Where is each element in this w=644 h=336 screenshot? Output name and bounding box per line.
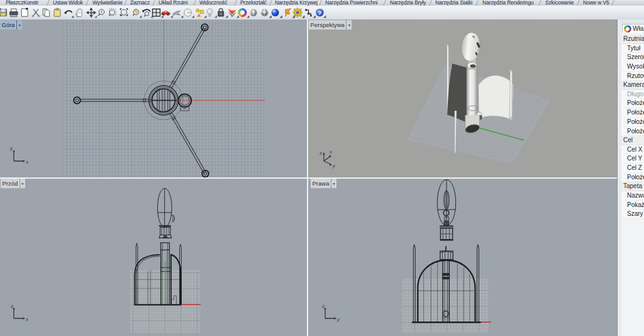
svg-text:z: z xyxy=(10,303,13,309)
svg-text:z: z xyxy=(319,150,322,156)
svg-text:y: y xyxy=(9,145,13,151)
svg-text:y: y xyxy=(336,316,340,322)
svg-text:y: y xyxy=(332,163,336,169)
svg-text:z: z xyxy=(321,303,325,309)
svg-text:x: x xyxy=(25,316,29,322)
svg-text:x: x xyxy=(25,159,29,165)
svg-text:?: ? xyxy=(318,9,322,16)
svg-text:x: x xyxy=(329,149,333,155)
